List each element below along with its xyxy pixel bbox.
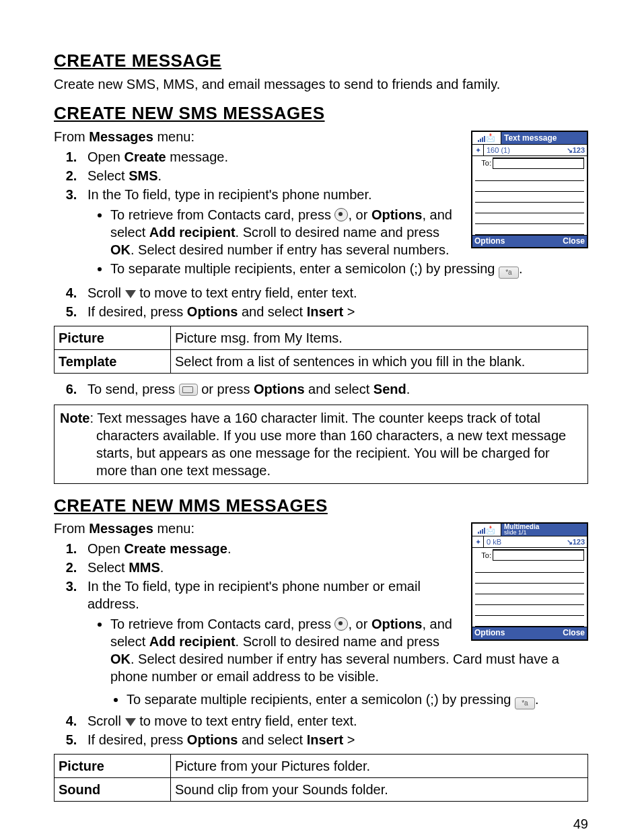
mms-step3-bullet2: To separate multiple recipients, enter a… [54, 691, 588, 709]
star-key-icon: *a [515, 697, 535, 709]
down-arrow-icon [125, 290, 136, 298]
phone-mms-to-label: To: [475, 551, 493, 560]
intro-text: Create new SMS, MMS, and email messages … [54, 75, 588, 93]
sms-steps-4-5: Scroll to move to text entry field, ente… [54, 284, 588, 320]
phone-sms-mode: ↘123 [558, 145, 587, 155]
phone-sms-softkey-close: Close [530, 236, 587, 248]
heading-create-sms: CREATE NEW SMS MESSAGES [54, 102, 588, 125]
phone-mms-softkey-close: Close [530, 627, 587, 639]
phone-mms-size: 0 kB [484, 536, 558, 547]
center-key-icon [334, 208, 348, 221]
sms-insert-table: PicturePicture msg. from My Items. Templ… [54, 326, 588, 374]
phone-sms-title: Text message [501, 132, 587, 144]
page-number: 49 [54, 815, 588, 833]
heading-create-message: CREATE MESSAGE [54, 50, 588, 73]
heading-create-mms: CREATE NEW MMS MESSAGES [54, 495, 588, 518]
phone-sms-softkey-options: Options [472, 236, 530, 248]
phone-screenshot-mms: 📩 Multimedia slide 1/1 ✦ 0 kB ↘123 To: O… [471, 522, 588, 641]
center-key-icon [334, 617, 348, 631]
mms-insert-table: PicturePicture from your Pictures folder… [54, 754, 588, 802]
phone-mms-subtitle: slide 1/1 [504, 530, 587, 536]
star-key-icon: *a [499, 267, 519, 279]
send-key-icon [179, 384, 198, 396]
mms-steps-4-5: Scroll to move to text entry field, ente… [54, 712, 588, 748]
sms-note-box: Note: Text messages have a 160 character… [54, 405, 588, 484]
sms-step-6: To send, press or press Options and sele… [54, 380, 588, 398]
phone-sms-to-label: To: [475, 158, 493, 168]
down-arrow-icon [125, 718, 136, 726]
phone-mms-mode: ↘123 [558, 536, 587, 547]
phone-screenshot-sms: 📩 Text message ✦ 160 (1) ↘123 To: Option… [471, 131, 588, 249]
phone-sms-counter: 160 (1) [484, 145, 558, 155]
phone-mms-softkey-options: Options [472, 627, 530, 639]
